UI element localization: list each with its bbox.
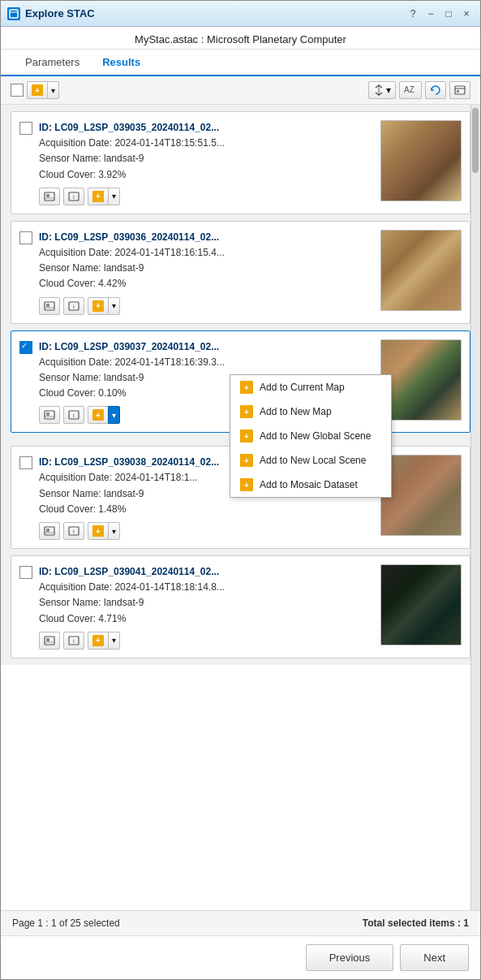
next-button[interactable]: Next	[400, 944, 469, 971]
card-5-checkbox[interactable]	[19, 566, 32, 579]
add-button-dropdown[interactable]: ▾	[47, 81, 59, 99]
sort-az-button[interactable]: AZ	[399, 81, 422, 99]
card-1-thumbnail-btn[interactable]	[39, 188, 60, 205]
thumbnail-icon	[44, 301, 55, 311]
menu-item-new-map-label: Add to New Map	[260, 406, 332, 417]
card-5-add-dropdown[interactable]: ▾	[108, 632, 120, 650]
card-5-cloud: Cloud Cover: 4.71%	[39, 611, 374, 627]
card-3-add-main[interactable]: +	[88, 406, 108, 424]
card-1-thumbnail	[380, 120, 462, 201]
card-2-checkbox[interactable]	[19, 231, 32, 244]
card-4-add-btn[interactable]: + ▾	[88, 522, 120, 540]
card-5-actions: i + ▾	[39, 632, 374, 650]
menu-item-new-local-scene-label: Add to New Local Scene	[260, 455, 366, 466]
card-3-info-btn[interactable]: i	[63, 406, 84, 424]
card-1-info-btn[interactable]: i	[63, 188, 84, 205]
info-icon: i	[68, 410, 79, 420]
settings-button[interactable]	[449, 81, 470, 99]
card-1-add-main[interactable]: +	[88, 188, 108, 205]
window-title: Explore STAC	[25, 7, 95, 19]
menu-item-mosaic-dataset[interactable]: + Add to Mosaic Dataset	[230, 473, 391, 497]
restore-button[interactable]: □	[441, 6, 456, 21]
toolbar: + ▾ ▾ AZ	[1, 76, 480, 105]
menu-item-current-map[interactable]: + Add to Current Map	[230, 375, 391, 399]
menu-item-new-global-scene-label: Add to New Global Scene	[260, 430, 371, 442]
tab-bar: Parameters Results	[1, 50, 480, 76]
add-split-button[interactable]: + ▾	[27, 81, 59, 99]
menu-item-new-map[interactable]: + Add to New Map	[230, 399, 391, 424]
scrollbar-thumb[interactable]	[472, 108, 479, 173]
subtitle: MyStac.astac : Microsoft Planetary Compu…	[1, 27, 480, 50]
previous-button[interactable]: Previous	[306, 944, 394, 971]
status-bar: Page 1 : 1 of 25 selected Total selected…	[1, 910, 480, 935]
card-1-add-icon: +	[92, 191, 104, 202]
card-2-add-icon: +	[92, 300, 104, 312]
card-4-info-btn[interactable]: i	[63, 522, 84, 540]
card-3-add-dropdown[interactable]: ▾	[108, 406, 120, 424]
svg-rect-4	[455, 86, 465, 94]
select-all-checkbox[interactable]	[11, 84, 24, 97]
menu-item-current-map-label: Add to Current Map	[260, 382, 345, 393]
nav-buttons: Previous Next	[1, 935, 480, 979]
card-1-sensor: Sensor Name: landsat-9	[39, 151, 374, 166]
card-4-thumbnail-btn[interactable]	[39, 522, 60, 540]
menu-item-new-local-scene[interactable]: + Add to New Local Scene	[230, 448, 391, 473]
svg-text:i: i	[73, 528, 75, 535]
tab-parameters[interactable]: Parameters	[14, 50, 91, 75]
card-3-checkbox[interactable]	[19, 341, 32, 354]
card-1-acquisition: Acquisition Date: 2024-01-14T18:15:51.5.…	[39, 136, 374, 151]
add-button-main[interactable]: +	[27, 81, 47, 99]
close-button[interactable]: ×	[459, 6, 474, 21]
card-1-add-dropdown[interactable]: ▾	[108, 188, 120, 205]
card-4-add-icon: +	[92, 525, 104, 537]
add-to-mosaic-dataset-icon: +	[240, 478, 253, 491]
card-4-add-main[interactable]: +	[88, 522, 108, 540]
result-card-1: ID: LC09_L2SP_039035_20240114_02... Acqu…	[11, 111, 470, 214]
minimize-button[interactable]: −	[423, 6, 438, 21]
card-3-add-btn[interactable]: + ▾	[88, 406, 120, 424]
main-window: Explore STAC ? − □ × MyStac.astac : Micr…	[0, 0, 481, 980]
title-bar-controls: ? − □ ×	[406, 6, 474, 21]
card-4-add-dropdown[interactable]: ▾	[108, 522, 120, 540]
sort-direction-button[interactable]: ▾	[368, 81, 396, 99]
card-5-info-btn[interactable]: i	[63, 632, 84, 650]
card-4-checkbox[interactable]	[19, 456, 32, 469]
card-2-add-main[interactable]: +	[88, 297, 108, 315]
card-5-thumbnail-btn[interactable]	[39, 632, 60, 650]
refresh-icon	[430, 84, 441, 96]
card-2-actions: i + ▾	[39, 297, 374, 315]
thumbnail-icon	[44, 526, 55, 536]
menu-item-new-global-scene[interactable]: + Add to New Global Scene	[230, 424, 391, 448]
help-button[interactable]: ?	[406, 6, 420, 21]
card-5-add-btn[interactable]: + ▾	[88, 632, 120, 650]
card-3-acquisition: Acquisition Date: 2024-01-14T18:16:39.3.…	[39, 355, 374, 370]
svg-rect-8	[46, 194, 49, 197]
card-1-checkbox[interactable]	[19, 122, 32, 135]
info-icon: i	[68, 526, 79, 536]
card-4-cloud: Cloud Cover: 1.48%	[39, 502, 374, 517]
card-2-info-btn[interactable]: i	[63, 297, 84, 315]
total-selected: Total selected items : 1	[363, 917, 469, 929]
card-3-thumbnail-btn[interactable]	[39, 406, 60, 424]
card-1-add-btn[interactable]: + ▾	[88, 188, 120, 205]
sort-dropdown-arrow: ▾	[386, 84, 391, 96]
card-5-add-icon: +	[92, 635, 104, 646]
card-2-add-btn[interactable]: + ▾	[88, 297, 120, 315]
card-5-add-main[interactable]: +	[88, 632, 108, 650]
add-to-new-global-scene-icon: +	[240, 430, 253, 443]
card-2-thumbnail-btn[interactable]	[39, 297, 60, 315]
card-2-add-dropdown[interactable]: ▾	[108, 297, 120, 315]
add-icon: +	[32, 84, 43, 96]
menu-item-mosaic-dataset-label: Add to Mosaic Dataset	[260, 479, 358, 490]
thumbnail-icon	[44, 410, 55, 420]
card-3-id: ID: LC09_L2SP_039037_20240114_02...	[39, 339, 374, 355]
info-icon: i	[68, 192, 79, 201]
svg-rect-13	[46, 304, 49, 307]
add-to-new-local-scene-icon: +	[240, 454, 253, 467]
svg-rect-18	[46, 412, 49, 416]
result-card-2: ID: LC09_L2SP_039036_20240114_02... Acqu…	[11, 221, 470, 324]
scrollbar-track[interactable]	[470, 105, 480, 910]
tab-results[interactable]: Results	[91, 50, 152, 76]
refresh-button[interactable]	[425, 81, 446, 99]
card-2-info: ID: LC09_L2SP_039036_20240114_02... Acqu…	[39, 230, 374, 315]
